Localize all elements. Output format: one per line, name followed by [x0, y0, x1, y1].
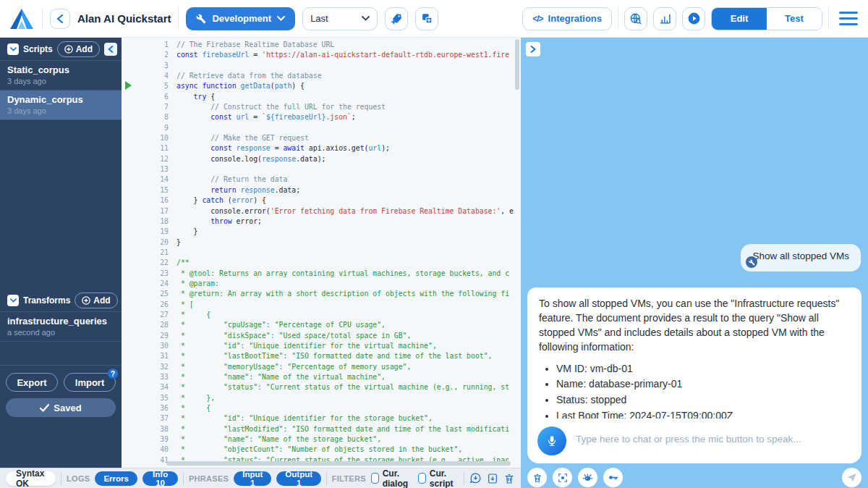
cur-dialog-label: Cur. dialog	[383, 468, 413, 488]
line-number: 31	[122, 351, 176, 361]
line-number: 8	[122, 112, 176, 122]
qr-scan-icon	[558, 473, 568, 483]
hamburger-menu-icon[interactable]	[839, 12, 858, 25]
export-dialog-button[interactable]	[469, 472, 482, 484]
line-content: // Make the GET request	[176, 133, 514, 143]
code-line: 9	[122, 123, 514, 133]
item-name: infrastructure_queries	[7, 316, 114, 327]
line-content: throw error;	[176, 216, 514, 227]
scripts-collapse-icon[interactable]	[7, 43, 19, 55]
line-content: }	[176, 237, 514, 248]
integrations-button[interactable]: </> Integrations	[522, 7, 612, 30]
line-number: 14	[122, 174, 176, 185]
line-content: * "cpuUsage": "Percentage of CPU usage",	[176, 320, 514, 330]
item-timestamp: a second ago	[7, 328, 114, 337]
help-badge[interactable]: ?	[108, 369, 118, 379]
add-version-tag-button[interactable]	[385, 7, 408, 30]
sidebar-collapse-button[interactable]	[104, 43, 117, 56]
code-line: 7 // Construct the full URL for the requ…	[122, 102, 514, 112]
code-line: 35 * },	[122, 393, 514, 403]
line-number: 3	[122, 61, 176, 71]
tool-call-badge-icon[interactable]	[746, 256, 757, 268]
add-transform-button[interactable]: Add	[75, 293, 117, 308]
divider	[326, 472, 327, 485]
line-number: 33	[122, 372, 176, 382]
debug-button[interactable]	[578, 468, 597, 487]
code-line: 30 * "id": "Unique identifier for the vi…	[122, 341, 514, 351]
export-button[interactable]: Export	[6, 373, 58, 392]
mic-button[interactable]	[537, 426, 566, 455]
line-content: * "diskSpace": "Used space/total space i…	[176, 331, 514, 341]
cur-dialog-checkbox[interactable]	[371, 473, 379, 484]
output-phrases-button[interactable]: Output 1	[276, 471, 321, 486]
line-content: * {	[176, 310, 514, 320]
code-line: 11 const response = await api.axios.get(…	[122, 143, 514, 153]
top-bar: Alan AI Quickstart Development Last </> …	[0, 0, 868, 38]
transforms-collapse-icon[interactable]	[7, 295, 19, 306]
code-editor[interactable]: 1// The Firebase Realtime Database URL2c…	[122, 38, 521, 468]
tab-test[interactable]: Test	[767, 8, 822, 30]
line-number: 2	[122, 50, 176, 60]
saved-button[interactable]: Saved	[6, 398, 116, 417]
user-message-text: Show all stopped VMs	[752, 251, 849, 261]
code-line: 17 console.error('Error fetching data fr…	[122, 206, 514, 216]
code-line: 25 * @return: An array with a short desc…	[122, 289, 514, 299]
mode-toggle: Edit Test	[711, 7, 822, 30]
line-content: * @return: An array with a short descrip…	[176, 289, 514, 299]
line-number: 38	[122, 424, 176, 434]
code-line: 16 } catch (error) {	[122, 195, 514, 206]
cur-script-checkbox[interactable]	[418, 473, 426, 484]
line-content: return response.data;	[176, 185, 514, 195]
version-select[interactable]: Last	[302, 7, 378, 30]
clear-logs-button[interactable]	[503, 473, 515, 484]
code-brackets-icon: </>	[532, 14, 542, 24]
line-content: * @param:	[176, 279, 514, 289]
sidebar-actions: Export Import ? Saved	[0, 365, 122, 417]
divider	[183, 472, 184, 485]
list-item[interactable]: infrastructure_queriesa second ago	[0, 312, 122, 342]
chat-input[interactable]	[576, 426, 851, 445]
code-line: 34 * "status": "Current status of the vi…	[122, 382, 514, 392]
run-tutorial-button[interactable]	[682, 7, 705, 30]
duplicate-button[interactable]	[415, 7, 438, 30]
line-content: } catch (error) {	[176, 195, 514, 206]
code-line: 37 * "id": "Unique identifier for the st…	[122, 413, 514, 424]
editor-horizontal-scrollbar[interactable]	[166, 461, 511, 466]
line-number: 26	[122, 300, 176, 310]
line-number: 35	[122, 393, 176, 403]
code-line: 12 console.log(response.data);	[122, 154, 514, 164]
line-content: console.error('Error fetching data from …	[176, 206, 514, 216]
bug-icon	[582, 472, 593, 483]
errors-button[interactable]: Errors	[95, 471, 137, 486]
list-item[interactable]: Static_corpus3 days ago	[0, 61, 122, 91]
qr-scan-button[interactable]	[553, 468, 572, 487]
info-button[interactable]: Info 10	[142, 471, 178, 486]
import-button[interactable]: Import ?	[64, 373, 116, 392]
tab-edit[interactable]: Edit	[712, 8, 767, 30]
code-line: 28 * "cpuUsage": "Percentage of CPU usag…	[122, 320, 514, 330]
code-line: 21	[122, 248, 514, 258]
input-phrases-button[interactable]: Input 1	[234, 471, 271, 486]
line-number: 40	[122, 445, 176, 455]
auth-key-button[interactable]	[603, 468, 623, 487]
environment-dropdown[interactable]: Development	[186, 7, 295, 30]
back-button[interactable]	[50, 9, 70, 29]
line-content: // Return the data	[176, 174, 514, 185]
chat-toolbar	[527, 468, 861, 487]
download-logs-button[interactable]	[487, 473, 498, 484]
add-script-button[interactable]: Add	[57, 41, 100, 57]
send-button[interactable]	[842, 468, 861, 487]
list-item[interactable]: Dynamic_corpus3 days ago	[0, 91, 122, 120]
line-number: 23	[122, 269, 176, 279]
analytics-button[interactable]	[653, 7, 676, 30]
line-number: 24	[122, 279, 176, 289]
transforms-list: infrastructure_queriesa second ago	[0, 312, 122, 342]
line-content	[176, 164, 514, 174]
chat-input-card	[527, 418, 861, 463]
code-line: 5async function getData(path) {	[122, 81, 514, 91]
panel-expand-button[interactable]	[526, 42, 540, 56]
language-settings-button[interactable]	[624, 7, 647, 30]
editor-vertical-scrollbar[interactable]	[515, 39, 519, 90]
code-line: 26 * [	[122, 300, 514, 310]
clear-dialog-button[interactable]	[527, 468, 547, 487]
